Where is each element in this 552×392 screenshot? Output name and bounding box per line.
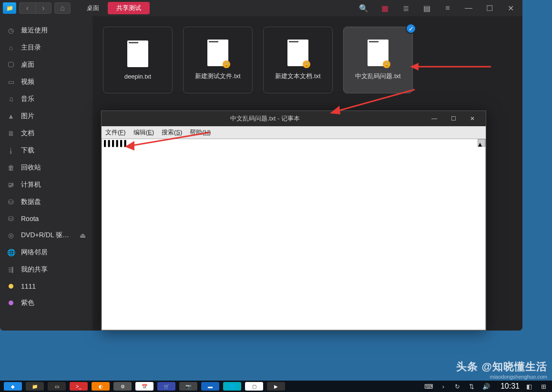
search-button[interactable]: 🔍 (355, 1, 373, 15)
sidebar-item-11[interactable]: ⛁Roota (0, 211, 92, 227)
window-close-button[interactable]: ✕ (501, 1, 520, 15)
sidebar-item-10[interactable]: ⛁数据盘 (0, 193, 92, 211)
file-item-2[interactable]: 🔒新建文本文档.txt (263, 27, 333, 93)
menu-search[interactable]: 搜索(S) (162, 128, 182, 137)
notepad-text-area[interactable]: ▌▌▌▌▌▌ ▴ (102, 139, 486, 330)
taskbar-app-notepad[interactable]: ▢ (245, 382, 263, 391)
sidebar-item-15[interactable]: 1111 (0, 278, 92, 294)
text-file-icon: 🔒 (207, 40, 228, 66)
sidebar-item-label: 我的共享 (21, 265, 48, 274)
notepad-maximize-button[interactable]: ☐ (444, 111, 463, 126)
music-icon: ♫ (7, 95, 15, 103)
sidebar-item-16[interactable]: 紫色 (0, 294, 92, 312)
tray-chevron-icon[interactable]: › (439, 383, 448, 390)
tray-keyboard-icon[interactable]: ⌨ (424, 383, 434, 390)
home-icon: ⌂ (7, 44, 15, 51)
sidebar-item-label: 计算机 (21, 181, 41, 189)
lock-badge-icon: 🔒 (303, 60, 310, 68)
sidebar-item-14[interactable]: ⇶我的共享 (0, 261, 92, 278)
file-item-1[interactable]: 🔒新建测试文件.txt (183, 27, 253, 93)
breadcrumb-current[interactable]: 共享测试 (108, 2, 150, 14)
nav-forward-button[interactable]: › (35, 2, 51, 14)
network-icon: 🌐 (7, 249, 15, 256)
taskbar-app-files[interactable]: 📁 (26, 382, 44, 391)
taskbar-app-launcher[interactable]: ◆ (4, 382, 22, 391)
view-list-button[interactable]: ≣ (397, 1, 415, 15)
grid-icon: ▦ (381, 4, 388, 13)
sidebar-item-8[interactable]: 🗑回收站 (0, 159, 92, 176)
menu-file[interactable]: 文件(F) (105, 128, 126, 137)
list-icon: ≣ (403, 4, 409, 13)
file-manager-logo-icon[interactable]: 📁 (3, 2, 16, 14)
sidebar-item-3[interactable]: ▭视频 (0, 73, 92, 90)
scroll-up-button[interactable]: ▴ (478, 139, 485, 147)
sidebar-item-label: 主目录 (21, 43, 41, 52)
notepad-window: 中文乱码问题.txt - 记事本 — ☐ ✕ 文件(F) 编辑(E) 搜索(S)… (101, 111, 486, 331)
sidebar-item-label: Roota (21, 215, 39, 222)
tray-network-icon[interactable]: ⇅ (467, 383, 477, 390)
file-item-3[interactable]: ✓🔒中文乱码问题.txt (343, 27, 413, 93)
sidebar-item-4[interactable]: ♫音乐 (0, 90, 92, 108)
sidebar-item-7[interactable]: ⭳下载 (0, 142, 92, 159)
window-maximize-button[interactable]: ☐ (480, 1, 499, 15)
taskbar-app-8[interactable]: ▶ (267, 382, 285, 391)
taskbar-app-6[interactable]: ▬ (201, 382, 219, 391)
maximize-icon: ☐ (451, 115, 456, 122)
taskbar-app-2[interactable]: ◐ (92, 382, 110, 391)
taskbar-app-4[interactable]: 🛒 (157, 382, 175, 391)
tray-update-icon[interactable]: ↻ (453, 383, 462, 390)
menu-icon: ≡ (445, 4, 450, 12)
desktop-icon: 🖵 (7, 61, 15, 69)
menu-help[interactable]: 帮助(H) (190, 128, 211, 137)
view-column-button[interactable]: ▤ (418, 1, 436, 15)
file-name-label: deepin.txt (122, 73, 154, 80)
lock-badge-icon: 🔒 (383, 60, 390, 68)
lock-badge-icon: 🔒 (223, 60, 230, 68)
taskbar-app-3[interactable]: ⚙ (113, 382, 132, 391)
taskbar-app-7[interactable]: 🌐 (223, 382, 241, 391)
tray-action-2[interactable]: ⊞ (539, 383, 548, 390)
text-file-icon: 🔒 (287, 40, 308, 66)
share-icon: ⇶ (7, 266, 15, 273)
sidebar-item-label: 下载 (21, 146, 34, 155)
minimize-icon: — (465, 4, 472, 12)
file-manager-titlebar: 📁 ‹ › ⌂ 桌面 共享测试 🔍 ▦ ≣ ▤ ≡ — ☐ ✕ (0, 0, 522, 16)
watermark-title: 头条 @知晓懂生活 (456, 360, 547, 374)
sidebar-item-12[interactable]: ◎DVD+R/DL 驱…⏏ (0, 227, 92, 244)
nav-back-button[interactable]: ‹ (19, 2, 35, 14)
taskbar-app-terminal[interactable]: >_ (70, 382, 88, 391)
chevron-left-icon: ‹ (26, 4, 29, 12)
taskbar-app-calendar[interactable]: 📅 (135, 382, 153, 391)
taskbar-app-5[interactable]: 📷 (179, 382, 197, 391)
notepad-close-button[interactable]: ✕ (463, 111, 482, 126)
menu-edit[interactable]: 编辑(E) (133, 128, 154, 137)
tray-action-1[interactable]: ◧ (524, 383, 534, 390)
sidebar-item-2[interactable]: 🖵桌面 (0, 56, 92, 73)
view-grid-button[interactable]: ▦ (376, 1, 394, 15)
taskbar-app-1[interactable]: ▭ (48, 382, 66, 391)
text-file-icon (127, 40, 148, 67)
sidebar-item-9[interactable]: 🖳计算机 (0, 176, 92, 193)
sidebar-item-5[interactable]: ▲图片 (0, 108, 92, 125)
close-icon: ✕ (470, 115, 475, 122)
sidebar-item-0[interactable]: ◷最近使用 (0, 22, 92, 39)
text-file-icon: 🔒 (368, 40, 388, 66)
notepad-titlebar[interactable]: 中文乱码问题.txt - 记事本 — ☐ ✕ (102, 111, 486, 126)
taskbar-clock[interactable]: 10:31 (501, 382, 520, 391)
eject-icon[interactable]: ⏏ (80, 231, 86, 239)
sidebar-item-label: 1111 (21, 282, 36, 290)
tray-volume-icon[interactable]: 🔊 (481, 383, 491, 390)
file-item-0[interactable]: deepin.txt (103, 27, 173, 93)
sidebar-item-1[interactable]: ⌂主目录 (0, 39, 92, 56)
nav-home-button[interactable]: ⌂ (54, 2, 71, 14)
file-name-label: 中文乱码问题.txt (352, 72, 403, 80)
main-menu-button[interactable]: ≡ (439, 1, 457, 15)
notepad-minimize-button[interactable]: — (425, 111, 444, 126)
window-minimize-button[interactable]: — (460, 1, 478, 15)
breadcrumb-desktop[interactable]: 桌面 (78, 2, 108, 14)
sidebar-item-13[interactable]: 🌐网络邻居 (0, 244, 92, 261)
sidebar: ◷最近使用⌂主目录🖵桌面▭视频♫音乐▲图片🗎文档⭳下载🗑回收站🖳计算机⛁数据盘⛁… (0, 16, 92, 331)
close-icon: ✕ (508, 4, 514, 13)
disc-icon: ◎ (7, 231, 15, 239)
sidebar-item-6[interactable]: 🗎文档 (0, 125, 92, 142)
